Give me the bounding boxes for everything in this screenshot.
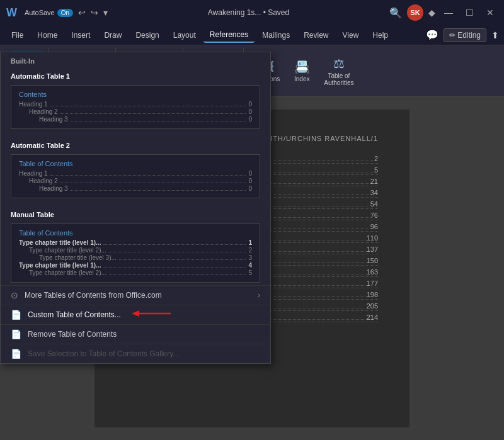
manual-line3: Type chapter title (level 3)...3: [19, 254, 252, 261]
save-selection-item: 📄 Save Selection to Table of Contents Ga…: [1, 344, 270, 363]
redo-icon[interactable]: ↪: [91, 8, 98, 18]
more-toc-from-office-item[interactable]: ⊙ More Tables of Contents from Office.co…: [1, 285, 270, 305]
more-toc-label: More Tables of Contents from Office.com: [25, 291, 162, 300]
auto1-line1: Heading 10: [19, 101, 252, 108]
menu-help[interactable]: Help: [366, 28, 394, 42]
menu-review[interactable]: Review: [297, 28, 335, 42]
svg-marker-0: [132, 310, 139, 317]
builtin-label: Built-In: [1, 52, 270, 67]
document-title: Awakening 1s... • Saved: [113, 8, 384, 17]
title-bar-right: 🔍 SK ◆ — ☐ ✕: [389, 4, 498, 21]
close-button[interactable]: ✕: [483, 8, 498, 18]
save-selection-label: Save Selection to Table of Contents Gall…: [28, 349, 179, 358]
auto2-line3: Heading 30: [19, 185, 252, 192]
autosave-toggle[interactable]: On: [57, 9, 73, 17]
menu-bar-right: 💬 ✏ Editing ⬆: [426, 28, 499, 42]
auto1-line3: Heading 30: [19, 116, 252, 123]
manual-line4: Type chapter title (level 1)...4: [19, 262, 252, 269]
toa-icon: ⚖: [333, 56, 345, 71]
menu-design[interactable]: Design: [129, 28, 165, 42]
custom-toc-item[interactable]: 📄 Custom Table of Contents...: [1, 305, 270, 324]
undo-icon[interactable]: ↩: [78, 8, 86, 18]
index-icon: 📇: [294, 59, 310, 74]
manual-label: Manual Table: [1, 206, 270, 221]
menu-references[interactable]: References: [203, 28, 255, 43]
auto2-title: Table of Contents: [19, 160, 252, 167]
custom-toc-icon: 📄: [11, 310, 21, 320]
custom-toc-label: Custom Table of Contents...: [28, 310, 121, 319]
quick-access-icon[interactable]: ▾: [103, 8, 108, 18]
index-label: Index: [294, 76, 309, 82]
manual-line1: Type chapter title (level 1)...1: [19, 239, 252, 246]
comments-icon[interactable]: 💬: [426, 29, 438, 41]
remove-toc-icon: 📄: [11, 329, 21, 339]
index-button[interactable]: 📇 Index: [286, 50, 318, 91]
red-arrow-indicator: [127, 307, 177, 320]
manual-title: Table of Contents: [19, 229, 252, 237]
autosave-label: AutoSave: [25, 9, 55, 16]
menu-layout[interactable]: Layout: [167, 28, 202, 42]
manual-table-card[interactable]: Table of Contents Type chapter title (le…: [11, 223, 260, 283]
autosave-area: AutoSave On: [25, 9, 73, 17]
table-of-authorities-button[interactable]: ⚖ Table of Authorities: [320, 50, 357, 91]
auto2-line2: Heading 20: [19, 178, 252, 184]
auto-table-2-card[interactable]: Table of Contents Heading 10 Heading 20 …: [11, 154, 260, 198]
menu-home[interactable]: Home: [31, 28, 64, 42]
toa-label: Table of Authorities: [324, 72, 353, 86]
auto2-line1: Heading 10: [19, 170, 252, 177]
editing-button[interactable]: ✏ Editing: [444, 28, 486, 42]
menu-bar: File Home Insert Draw Design Layout Refe…: [0, 25, 504, 45]
share-button[interactable]: ⬆: [491, 30, 499, 40]
auto1-label: Automatic Table 1: [1, 67, 270, 82]
avatar[interactable]: SK: [407, 4, 423, 21]
toc-dropdown: Built-In Automatic Table 1 Contents Head…: [0, 52, 271, 364]
title-bar: W AutoSave On ↩ ↪ ▾ Awakening 1s... • Sa…: [0, 0, 504, 25]
menu-mailings[interactable]: Mailings: [256, 28, 296, 42]
manual-line2: Type chapter title (level 2)...2: [19, 247, 252, 254]
maximize-button[interactable]: ☐: [462, 8, 478, 18]
auto1-title: Contents: [19, 91, 252, 98]
search-icon[interactable]: 🔍: [389, 7, 402, 19]
remove-toc-item[interactable]: 📄 Remove Table of Contents: [1, 324, 270, 344]
manual-line5: Type chapter title (level 2)...5: [19, 269, 252, 276]
menu-view[interactable]: View: [336, 28, 365, 42]
word-icon: W: [6, 6, 17, 20]
menu-insert[interactable]: Insert: [65, 28, 96, 42]
menu-file[interactable]: File: [5, 28, 30, 42]
more-toc-icon: ⊙: [11, 290, 18, 300]
auto-table-1-card[interactable]: Contents Heading 10 Heading 20 Heading 3…: [11, 85, 260, 129]
auto2-label: Automatic Table 2: [1, 137, 270, 152]
diamond-icon[interactable]: ◆: [428, 8, 435, 18]
menu-draw[interactable]: Draw: [98, 28, 128, 42]
more-toc-arrow: ›: [258, 291, 260, 300]
remove-toc-label: Remove Table of Contents: [28, 330, 117, 339]
save-selection-icon: 📄: [11, 349, 21, 359]
auto1-line2: Heading 20: [19, 108, 252, 115]
minimize-button[interactable]: —: [440, 8, 457, 18]
